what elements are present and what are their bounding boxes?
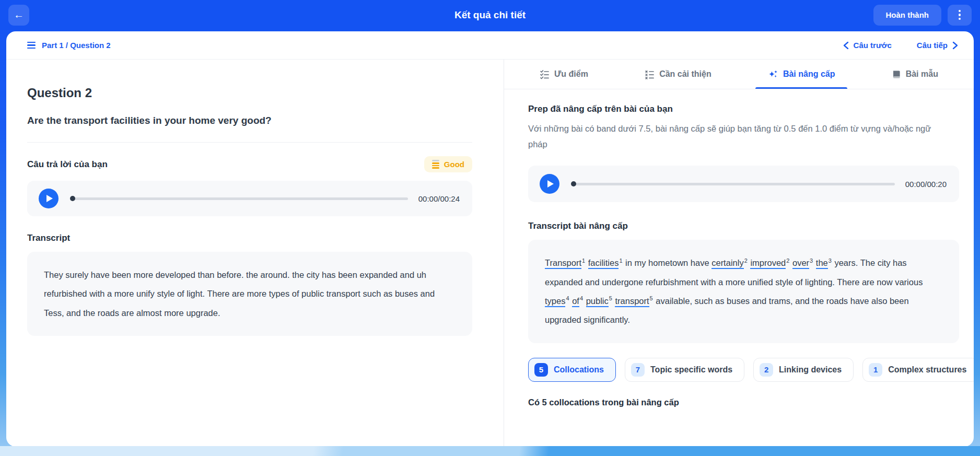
menu-icon[interactable]: [27, 42, 36, 49]
question-title: Question 2: [27, 86, 472, 100]
upgrade-tab-content: Prep đã nâng cấp trên bài của bạn Với nh…: [504, 89, 974, 447]
back-button[interactable]: ←: [8, 5, 29, 26]
feedback-tabs: Ưu điểm Cần cải thiện: [504, 60, 974, 89]
chip-count-badge: 2: [760, 363, 773, 377]
divider: [27, 142, 472, 143]
topbar-actions: Hoàn thành: [873, 5, 972, 26]
audio-time: 00:00/00:20: [905, 180, 947, 189]
sparkles-icon: [768, 69, 778, 79]
chip-label: Collocations: [554, 365, 604, 375]
page-title: Kết quả chi tiết: [0, 9, 980, 21]
back-arrow-icon: ←: [14, 9, 24, 21]
page: ← Kết quả chi tiết Hoàn thành Part 1 / Q…: [0, 0, 980, 456]
content-panel: Part 1 / Question 2 Câu trước Câu tiếp Q…: [6, 31, 974, 447]
tab-uu-diem[interactable]: Ưu điểm: [527, 60, 601, 89]
play-icon: [46, 195, 53, 202]
upgrade-transcript-label: Transcript bài nâng cấp: [528, 221, 959, 231]
book-icon: [892, 69, 901, 79]
decorative-bottom-band: [0, 446, 980, 456]
score-badge: Good: [424, 156, 472, 172]
prev-question-button[interactable]: Câu trước: [843, 41, 892, 50]
tab-label: Bài mẫu: [906, 69, 938, 79]
upgrade-audio-player: 00:00/00:20: [528, 166, 959, 202]
answer-audio-player: 00:00/00:24: [27, 181, 472, 216]
question-text: Are the transport facilities in your hom…: [27, 115, 472, 126]
slider-track: [73, 197, 408, 200]
play-button[interactable]: [540, 174, 559, 194]
tab-bai-mau[interactable]: Bài mẫu: [879, 60, 951, 89]
prev-question-label: Câu trước: [854, 41, 892, 50]
level-bars-icon: [432, 160, 439, 168]
chip-label: Complex structures: [888, 365, 966, 375]
chip-topic-specific-words[interactable]: 7 Topic specific words: [625, 358, 744, 382]
tab-bai-nang-cap[interactable]: Bài nâng cấp: [755, 60, 848, 89]
answer-label: Câu trả lời của bạn: [27, 159, 108, 170]
chip-count-badge: 1: [869, 363, 882, 377]
next-question-label: Câu tiếp: [917, 41, 948, 50]
chip-count-badge: 7: [631, 363, 645, 377]
tab-label: Cần cải thiện: [659, 69, 711, 79]
chip-label: Topic specific words: [650, 365, 732, 375]
list-icon: [645, 69, 655, 79]
chip-complex-structures[interactable]: 1 Complex structures: [862, 358, 974, 382]
chip-count-badge: 5: [534, 363, 548, 377]
transcript-text: They surely have been more developed tha…: [27, 252, 472, 336]
chip-label: Linking devices: [779, 365, 842, 375]
audio-time: 00:00/00:24: [418, 194, 460, 203]
chip-collocations[interactable]: 5 Collocations: [528, 358, 616, 382]
audio-slider[interactable]: [70, 195, 408, 202]
play-icon: [547, 180, 554, 188]
highlight-chips: 5 Collocations 7 Topic specific words 2 …: [528, 358, 974, 382]
slider-thumb[interactable]: [70, 196, 75, 201]
next-question-button[interactable]: Câu tiếp: [917, 41, 958, 50]
slider-thumb[interactable]: [571, 181, 576, 186]
kebab-icon: [959, 10, 961, 20]
complete-button[interactable]: Hoàn thành: [873, 5, 942, 26]
collocations-summary: Có 5 collocations trong bài nâng cấp: [528, 397, 959, 407]
tab-label: Ưu điểm: [554, 69, 588, 79]
breadcrumb: Part 1 / Question 2: [42, 41, 111, 50]
tab-label: Bài nâng cấp: [783, 69, 835, 79]
audio-slider[interactable]: [571, 180, 895, 188]
upgraded-transcript-text: Transport1 facilities1 in my hometown ha…: [528, 240, 959, 343]
top-bar: ← Kết quả chi tiết Hoàn thành: [0, 0, 980, 30]
more-options-button[interactable]: [948, 5, 972, 26]
chip-linking-devices[interactable]: 2 Linking devices: [753, 358, 854, 382]
chevron-left-icon: [843, 41, 849, 50]
tab-can-cai-thien[interactable]: Cần cải thiện: [632, 60, 724, 89]
slider-track: [574, 183, 895, 185]
question-nav-bar: Part 1 / Question 2 Câu trước Câu tiếp: [6, 31, 974, 60]
question-panel: Question 2 Are the transport facilities …: [6, 60, 504, 447]
checklist-icon: [540, 69, 550, 79]
upgrade-description: Với những bài có band dưới 7.5, bài nâng…: [528, 121, 941, 152]
upgrade-title: Prep đã nâng cấp trên bài của bạn: [528, 104, 959, 114]
chevron-right-icon: [952, 41, 958, 50]
feedback-panel: Ưu điểm Cần cải thiện: [504, 60, 974, 447]
score-badge-label: Good: [444, 160, 464, 169]
play-button[interactable]: [39, 189, 59, 208]
transcript-label: Transcript: [27, 233, 472, 243]
